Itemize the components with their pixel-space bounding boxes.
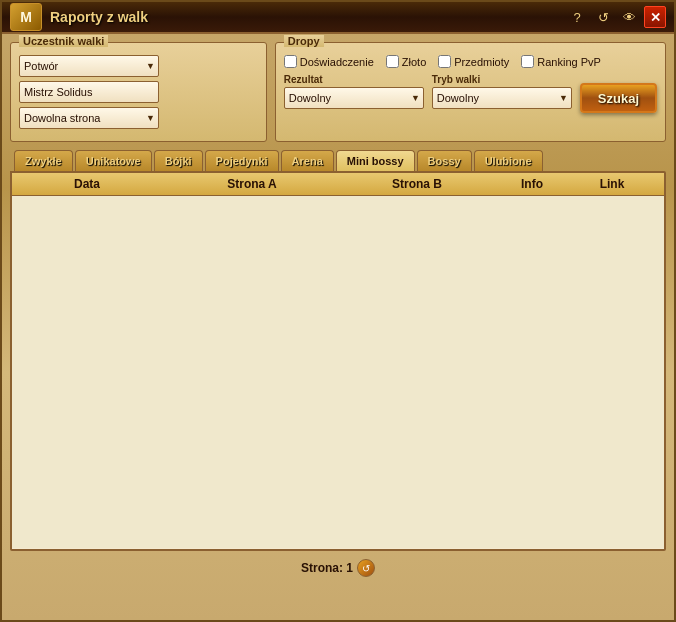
- rezultat-select[interactable]: Dowolny Wygrana Przegrana Remis: [284, 87, 424, 109]
- content-area: Uczestnik walki Potwór Gracz ▼ Dowolna s…: [2, 34, 674, 593]
- tab-zwykle[interactable]: Zwykłe: [14, 150, 73, 171]
- tab-bossy[interactable]: Bossy: [417, 150, 472, 171]
- col-header-link: Link: [572, 177, 652, 191]
- top-filters: Uczestnik walki Potwór Gracz ▼ Dowolna s…: [10, 42, 666, 142]
- dropy-panel: Dropy Doświadczenie Złoto Przedmioty: [275, 42, 666, 142]
- tab-mini-bossy[interactable]: Mini bossy: [336, 150, 415, 171]
- zloto-checkbox[interactable]: [386, 55, 399, 68]
- potwor-wrapper: Potwór Gracz ▼: [19, 55, 159, 77]
- zloto-checkbox-item[interactable]: Złoto: [386, 55, 426, 68]
- ranking-checkbox-item[interactable]: Ranking PvP: [521, 55, 601, 68]
- table-header: Data Strona A Strona B Info Link: [12, 173, 664, 196]
- app-logo: M: [10, 3, 42, 31]
- tab-arena[interactable]: Arena: [281, 150, 334, 171]
- uczestnik-side-select[interactable]: Dowolna strona Strona A Strona B: [19, 107, 159, 129]
- strona-wrapper: Dowolna strona Strona A Strona B ▼: [19, 107, 159, 129]
- close-icon[interactable]: ✕: [644, 6, 666, 28]
- uczestnik-name-input[interactable]: [19, 81, 159, 103]
- przedmioty-label: Przedmioty: [454, 56, 509, 68]
- rezultat-wrapper: Dowolny Wygrana Przegrana Remis ▼: [284, 87, 424, 109]
- tab-bojki[interactable]: Bójki: [154, 150, 203, 171]
- window-title: Raporty z walk: [50, 9, 566, 25]
- results-table: Data Strona A Strona B Info Link: [10, 171, 666, 551]
- tryb-label: Tryb walki: [432, 74, 572, 85]
- tabs-row: Zwykłe Unikatowe Bójki Pojedynki Arena M…: [10, 150, 666, 171]
- tryb-select[interactable]: Dowolny PvP PvE: [432, 87, 572, 109]
- tab-pojedynki[interactable]: Pojedynki: [205, 150, 279, 171]
- uczestnik-label: Uczestnik walki: [19, 35, 108, 47]
- ranking-label: Ranking PvP: [537, 56, 601, 68]
- doswiadczenie-checkbox[interactable]: [284, 55, 297, 68]
- rezultat-panel: Rezultat Dowolny Wygrana Przegrana Remis…: [284, 74, 424, 113]
- bottom-filters: Rezultat Dowolny Wygrana Przegrana Remis…: [284, 74, 657, 113]
- titlebar-icons: ? ↺ 👁 ✕: [566, 6, 666, 28]
- tryb-panel: Tryb walki Dowolny PvP PvE ▼: [432, 74, 572, 113]
- doswiadczenie-label: Doświadczenie: [300, 56, 374, 68]
- search-button[interactable]: Szukaj: [580, 83, 657, 113]
- uczestnik-panel: Uczestnik walki Potwór Gracz ▼ Dowolna s…: [10, 42, 267, 142]
- col-header-info: Info: [492, 177, 572, 191]
- titlebar-refresh-icon[interactable]: ↺: [592, 6, 614, 28]
- tab-ulubione[interactable]: Ulubione: [474, 150, 543, 171]
- table-body: [12, 196, 664, 548]
- eye-icon[interactable]: 👁: [618, 6, 640, 28]
- przedmioty-checkbox[interactable]: [438, 55, 451, 68]
- dropy-checkboxes: Doświadczenie Złoto Przedmioty Ranking P…: [284, 55, 657, 68]
- titlebar: M Raporty z walk ? ↺ 👁 ✕: [2, 2, 674, 34]
- przedmioty-checkbox-item[interactable]: Przedmioty: [438, 55, 509, 68]
- uczestnik-type-select[interactable]: Potwór Gracz: [19, 55, 159, 77]
- col-header-data: Data: [12, 177, 162, 191]
- footer: Strona: 1 ↺: [10, 551, 666, 585]
- help-icon[interactable]: ?: [566, 6, 588, 28]
- tryb-wrapper: Dowolny PvP PvE ▼: [432, 87, 572, 109]
- ranking-checkbox[interactable]: [521, 55, 534, 68]
- col-header-strona-a: Strona A: [162, 177, 342, 191]
- doswiadczenie-checkbox-item[interactable]: Doświadczenie: [284, 55, 374, 68]
- zloto-label: Złoto: [402, 56, 426, 68]
- main-window: M Raporty z walk ? ↺ 👁 ✕ Uczestnik walki…: [0, 0, 676, 622]
- tab-unikatowe[interactable]: Unikatowe: [75, 150, 152, 171]
- dropy-label: Dropy: [284, 35, 324, 47]
- page-label: Strona: 1: [301, 561, 353, 575]
- col-header-strona-b: Strona B: [342, 177, 492, 191]
- rezultat-label: Rezultat: [284, 74, 424, 85]
- page-refresh-icon[interactable]: ↺: [357, 559, 375, 577]
